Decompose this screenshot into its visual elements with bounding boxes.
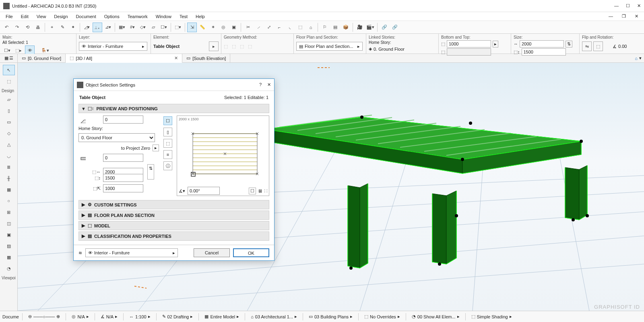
sb-bplans-icon[interactable]: ▭ (309, 314, 313, 319)
geom-opt1-icon[interactable]: ⬚ (224, 44, 228, 49)
sb-show-icon[interactable]: ◔ (412, 314, 416, 319)
section-fps[interactable]: ▶ ▤ FLOOR PLAN AND SECTION (78, 211, 269, 220)
undo-button[interactable]: ↶ (2, 23, 11, 32)
dimension-button[interactable]: ⇲ (187, 23, 197, 32)
ok-button[interactable]: OK (233, 248, 269, 257)
magic-button[interactable]: ✦ (68, 23, 78, 32)
cut-button[interactable]: ✂ (243, 23, 253, 32)
dialog-help-button[interactable]: ? (259, 82, 262, 87)
sb-draft-icon[interactable]: ✎ (162, 314, 166, 319)
shell-tool[interactable]: ◡ (3, 151, 15, 161)
dialog-close-button[interactable]: ✕ (267, 82, 271, 87)
tab-close-icon[interactable]: ✕ (174, 56, 178, 61)
menu-design[interactable]: Design (51, 13, 71, 20)
roof-tool[interactable]: △ (3, 139, 15, 150)
menu-window[interactable]: Window (153, 13, 175, 20)
projzero-button[interactable]: ▸ (153, 144, 159, 151)
beam-tool[interactable]: ▭ (3, 117, 15, 127)
tab-home-icon[interactable]: ⌂ (635, 56, 638, 61)
tab-dropdown-icon[interactable]: ▾ (639, 56, 642, 61)
maximize-button[interactable]: ☐ (626, 3, 630, 8)
cube2-button[interactable]: ⬚ (295, 23, 305, 32)
grid-button[interactable]: #▾ (128, 23, 137, 32)
arrow-tool[interactable]: ↖ (3, 65, 15, 75)
menu-teamwork[interactable]: Teamwork (124, 13, 151, 20)
corner-button[interactable]: ⌐ (275, 23, 284, 32)
pick-button[interactable]: ⌖ (47, 23, 57, 32)
height-input[interactable] (103, 184, 143, 192)
flag-button[interactable]: ⚐ (320, 23, 330, 32)
snap-button[interactable]: ▦▾ (117, 23, 127, 32)
zone-tool[interactable]: ▨ (3, 241, 15, 251)
sb-target-icon[interactable]: ◎ (72, 314, 76, 319)
geom-opt2-icon[interactable]: ⬚ (232, 44, 236, 49)
sb-over-icon[interactable]: ⬚ (364, 314, 368, 319)
geom-opt4-icon[interactable]: ⬚ (248, 44, 252, 49)
menu-edit[interactable]: Edit (18, 13, 32, 20)
sb-slider[interactable]: ───○─── (33, 314, 55, 319)
bottomtop-input[interactable] (447, 40, 491, 47)
footer-layer-dropdown[interactable]: 👁 Interior - Furniture ▸ (85, 248, 178, 257)
home-story-select[interactable]: 0. Ground Floor (78, 133, 155, 142)
minimize-button[interactable]: — (614, 3, 619, 8)
sb-zoom-out-icon[interactable]: ⊖ (28, 314, 32, 319)
ruler-button[interactable]: ◿▾ (82, 23, 92, 32)
plane-button[interactable]: ▱ (149, 23, 158, 32)
close-button[interactable]: ✕ (637, 3, 641, 8)
view-info-button[interactable]: ⓘ (163, 161, 172, 170)
measure-button[interactable]: ⟂▾ (93, 23, 102, 32)
tab-grid-icon[interactable]: ▦ (4, 56, 8, 61)
guide-button[interactable]: ⊿▾ (103, 23, 113, 32)
section-custom[interactable]: ▶ ⚙ CUSTOM SETTINGS (78, 200, 269, 209)
sb-zoom-in-icon[interactable]: ⊕ (56, 314, 60, 319)
tape-button[interactable]: 📏 (198, 23, 207, 32)
trim-button[interactable]: ⟋ (254, 23, 263, 32)
sb-model-icon[interactable]: ▦ (204, 314, 208, 319)
offset-input[interactable] (103, 116, 143, 124)
pkg-button[interactable]: 📦 (341, 23, 351, 32)
size-w-input[interactable] (520, 40, 564, 47)
railing-tool[interactable]: ╫ (3, 173, 15, 184)
wall-tool[interactable]: ▱ (3, 94, 15, 105)
list-button[interactable]: ▤ (330, 23, 340, 32)
render-button[interactable]: 🎥 (355, 23, 365, 32)
extend-button[interactable]: ⤢ (264, 23, 274, 32)
size-lock-icon[interactable]: ⇅ (566, 41, 572, 47)
mirror-v-icon[interactable]: ⊠ (258, 188, 262, 194)
layer-button[interactable]: ◇▾ (138, 23, 148, 32)
mdi-minimize-icon[interactable]: — (605, 13, 616, 20)
menu-document[interactable]: Document (73, 13, 99, 20)
geom-opt3-icon[interactable]: ⬚ (240, 44, 244, 49)
sb-arch-icon[interactable]: ⌂ (251, 314, 254, 319)
print-button[interactable]: 🖶 (33, 23, 43, 32)
tab-list-icon[interactable]: ☰ (9, 56, 13, 61)
element-more-button[interactable]: ▸ (209, 41, 219, 51)
link-button[interactable]: 🔗 (380, 23, 389, 32)
bt-more-icon[interactable]: ▸ (493, 41, 498, 47)
rotate-icon[interactable]: ∡▾ (179, 188, 185, 194)
view-side-button[interactable]: ≡ (163, 150, 172, 159)
target-button[interactable]: ✶ (208, 23, 218, 32)
menu-help[interactable]: Help (192, 13, 208, 20)
layer-dropdown[interactable]: 👁 Interior - Furniture ▸ (79, 42, 147, 51)
opening-tool[interactable]: ◔ (3, 263, 15, 274)
object-tool[interactable]: ▣ (3, 229, 15, 240)
marquee-tool[interactable]: ⬚ (3, 76, 15, 87)
cube-button[interactable]: ⬚▾ (173, 23, 183, 32)
flip-h-button[interactable]: ⇋ (582, 41, 592, 51)
sb-scale-icon[interactable]: ↔ (129, 314, 134, 319)
mirror-h-icon[interactable]: ☐ (249, 188, 256, 194)
rebuild-button[interactable]: ⟲ (23, 23, 32, 32)
view-front-button[interactable]: ▯ (163, 128, 172, 136)
menu-test[interactable]: Test (176, 13, 191, 20)
grid-snap-icon[interactable]: ⸬ (264, 188, 267, 194)
fillet-button[interactable]: ◟ (285, 23, 295, 32)
mdi-restore-icon[interactable]: ❐ (619, 13, 629, 20)
mesh-tool[interactable]: ▩ (3, 252, 15, 262)
sb-shade-icon[interactable]: ⬚ (471, 314, 475, 319)
cancel-button[interactable]: Cancel (194, 248, 230, 257)
menu-options[interactable]: Options (101, 13, 123, 20)
link2-button[interactable]: 🔗 (390, 23, 400, 32)
elev-input[interactable] (103, 154, 143, 162)
home-button[interactable]: ⌂ (306, 23, 316, 32)
